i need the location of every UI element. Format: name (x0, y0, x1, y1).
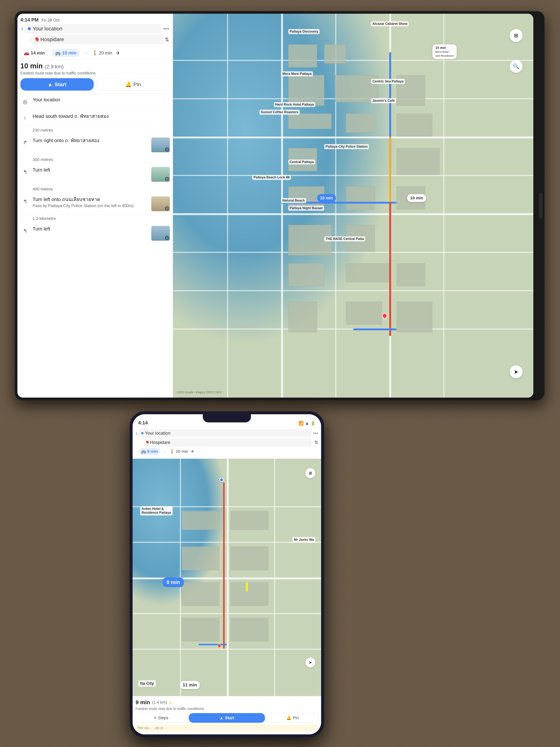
swap-button[interactable]: ⇅ (165, 36, 169, 43)
step-content: Turn left (33, 167, 148, 173)
pin-icon: 🔔 (125, 81, 132, 87)
step-main-text: Head south toward ถ. พัทยาสายสอง (33, 113, 170, 120)
step-main-text: Your location (33, 97, 170, 103)
phone-dest-row: Hospidare ⇅ (136, 438, 318, 446)
step-thumbnail[interactable] (151, 226, 170, 241)
step-distance: 1.2 kilometre (18, 215, 173, 223)
navigate-icon: ➤ (514, 369, 518, 375)
step-left-icon: ↰ (20, 197, 30, 206)
route-summary: 10 min (2.9 km) Fastest route now due to… (18, 59, 173, 93)
phone-map[interactable]: Arden Hotel &Residence Pattaya Mr Jacks … (133, 459, 321, 696)
step-sub-text: Pass by Pattaya City Police Station (on … (33, 203, 148, 208)
phone: 4:14 📶 ▲ 🔋 ‹ Your location ••• (130, 411, 324, 737)
step-item: ↑ Head south toward ถ. พัทยาสายสอง (18, 110, 173, 126)
walk-icon: 🚶 (92, 50, 98, 56)
step-distance: 230 metres (18, 126, 173, 134)
phone-warning-icon: ⚠ (169, 700, 172, 704)
phone-route-blue (198, 644, 227, 645)
pin-button[interactable]: 🔔 Pin (96, 78, 170, 91)
phone-start-button[interactable]: ▲ Start (189, 713, 265, 723)
route-duration: 10 min (2.9 km) (20, 62, 64, 70)
phone-walk-chip[interactable]: 🚶 20 min (170, 449, 188, 454)
destination-row: Hospidare ⇅ (20, 35, 170, 44)
step-thumbnail[interactable] (151, 167, 170, 182)
map-badge-alt: 10 min (407, 194, 426, 202)
origin-input[interactable]: Your location (25, 24, 161, 33)
phone-route-distance: (1.4 km) (152, 700, 167, 705)
step-item: ↱ Turn right onto ถ. พัทยาสายสอง (18, 134, 173, 156)
map-label: Centric Sea Pattaya (371, 79, 405, 84)
step-item: ↰ Turn left (18, 223, 173, 244)
step-left-icon: ↰ (20, 167, 30, 177)
map-label: Pattaya City Police Station (324, 144, 369, 149)
step-left-icon: ↰ (20, 226, 30, 235)
tablet-left-panel: 4:14 PM Fri 28 Oct ‹ Your location ••• (18, 14, 173, 397)
step-right-icon: ↱ (20, 138, 30, 147)
pin-label: Pin (134, 81, 141, 87)
route-segment-orange (389, 136, 391, 206)
step-thumbnail[interactable] (151, 137, 170, 152)
steps-list-icon: ≡ (154, 716, 157, 720)
phone-map-badge-11min: 11 min (180, 681, 200, 689)
step-main-text: Turn left onto ถนนเลียบชายหาด (33, 197, 148, 203)
step-main-text: Turn left (33, 226, 148, 232)
phone-map-label-2: Mr Jacks Wa (292, 537, 315, 542)
phone-map-badge-9min: 9 min (163, 577, 184, 587)
phone-notch (203, 411, 251, 422)
navigation-button[interactable]: ➤ (510, 365, 523, 378)
more-button[interactable]: ••• (163, 26, 169, 32)
step-content: Head south toward ถ. พัทยาสายสอง (33, 113, 170, 120)
phone-transit-chip[interactable]: 🚌 9 min (138, 448, 160, 455)
transport-plane[interactable]: ✈ (116, 50, 120, 56)
phone-footer-note: This rou... ...ee or (136, 725, 318, 731)
phone-origin-input[interactable]: Your location (139, 429, 312, 437)
phone-dest-marker (217, 644, 221, 649)
phone-steps-button[interactable]: ≡ Steps (136, 713, 187, 723)
start-button[interactable]: ▲ Start (20, 78, 94, 91)
phone-pin-button[interactable]: 🔔 Pin (267, 713, 318, 723)
tablet-status-bar: 4:14 PM Fri 28 Oct (20, 17, 170, 23)
transport-transit[interactable]: 🚌 10 min (52, 49, 80, 57)
phone-action-row: ≡ Steps ▲ Start 🔔 Pin (136, 713, 318, 723)
phone-navigate-icon: ➤ (309, 660, 312, 665)
phone-route-note: Fastest route now due to traffic conditi… (136, 706, 318, 711)
map-label: Pattaya Discovery (288, 29, 320, 34)
step-content: Turn right onto ถ. พัทยาสายสอง (33, 137, 148, 144)
transport-car[interactable]: 🚗 14 min (20, 49, 48, 57)
search-map-button[interactable]: 🔍 (510, 60, 523, 73)
action-row: ▲ Start 🔔 Pin (20, 78, 170, 91)
phone-route-red (223, 483, 224, 649)
phone-map-label: Arden Hotel &Residence Pattaya (140, 506, 172, 515)
tablet-date: Fri 28 Oct (42, 18, 60, 22)
tablet-home-button[interactable] (539, 193, 542, 218)
map-label: Hard Rock Hotel Pattaya (274, 102, 315, 107)
map-label: Central Pattaya (288, 159, 315, 164)
destination-input[interactable]: Hospidare (33, 35, 163, 44)
layers-button[interactable]: ⊞ (510, 29, 523, 42)
transport-bar: 🚗 14 min 🚌 10 min — 🚶 20 min ✈ (18, 47, 173, 59)
phone-swap-button[interactable]: ⇅ (315, 440, 318, 445)
phone-route-duration: 9 min (136, 699, 150, 705)
transport-walk[interactable]: 🚶 20 min (92, 50, 112, 56)
map-badge-top: 10 minMera Hoteland Residence (432, 45, 457, 59)
car-time: 14 min (31, 50, 45, 56)
phone-dest-pin (145, 440, 149, 444)
phone-back-button[interactable]: ‹ (136, 430, 138, 437)
map-label: Alcazar Cabaret Show (371, 21, 409, 26)
phone-plane-chip[interactable]: ✈ (191, 449, 194, 454)
phone-more-button[interactable]: ••• (313, 430, 318, 436)
tablet-map[interactable]: Alcazar Cabaret Show Pattaya Discovery M… (173, 14, 533, 397)
tablet: 4:14 PM Fri 28 Oct ‹ Your location ••• (15, 11, 544, 400)
phone-layers-icon: ⊞ (309, 471, 312, 475)
phone-walk-time: 20 min (176, 449, 188, 454)
step-distance: 400 metres (18, 185, 173, 193)
step-thumbnail[interactable] (151, 197, 170, 211)
walk-time: 20 min (99, 50, 112, 56)
origin-text: Your location (33, 26, 159, 32)
step-item: ◎ Your location (18, 93, 173, 110)
tablet-time: 4:14 PM (20, 17, 38, 23)
phone-dest-input[interactable]: Hospidare (144, 438, 312, 446)
back-button[interactable]: ‹ (21, 25, 23, 33)
phone-transit-icon: 🚌 (141, 449, 146, 454)
map-label: Jasmin's Café (371, 98, 396, 103)
